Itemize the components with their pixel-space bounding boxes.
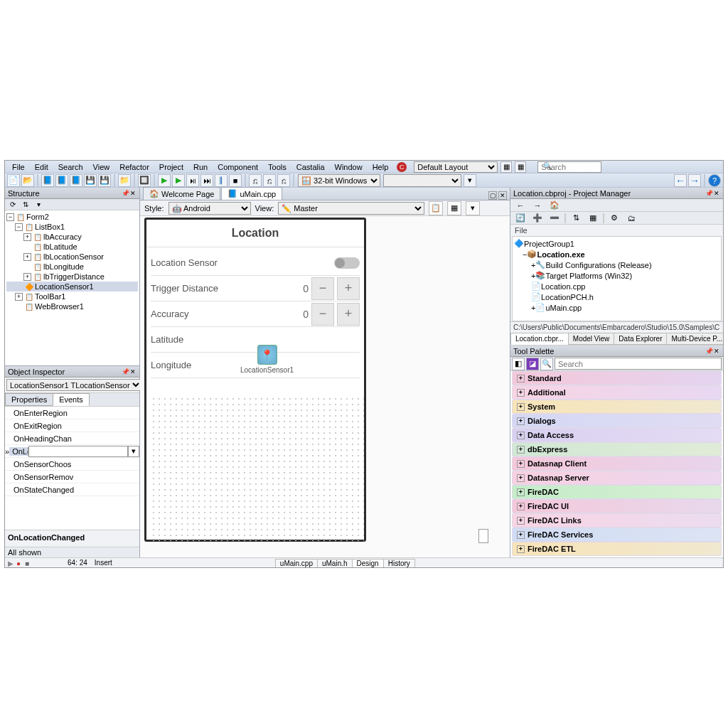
pause-icon[interactable]: ∥ (215, 174, 228, 187)
pm-node-LocationPCH.h[interactable]: 📄LocationPCH.h (514, 291, 719, 302)
btab-umain-h[interactable]: uMain.h (317, 559, 353, 567)
trace-icon[interactable]: ⎌ (249, 174, 262, 187)
pm-tab-data[interactable]: Data Explorer (614, 333, 667, 345)
structure-close-icon[interactable]: ✕ (129, 190, 136, 197)
struct-node-lbAccuracy[interactable]: +📋lbAccuracy (6, 232, 138, 242)
oi-close-icon[interactable]: ✕ (129, 368, 136, 375)
oi-row-OnStateChanged[interactable]: OnStateChanged (5, 483, 139, 496)
menu-run[interactable]: Run (189, 163, 212, 171)
pm-tab-multi[interactable]: Multi-Device P... (666, 333, 723, 345)
step-icon[interactable]: ⏯ (186, 174, 199, 187)
switch-toggle[interactable] (334, 257, 360, 269)
pm-add-icon[interactable]: ➕ (530, 212, 545, 225)
expand-icon[interactable]: + (517, 446, 525, 454)
saveall-icon[interactable]: 💾 (84, 174, 97, 187)
tp-cat-firedac-links[interactable]: +FireDAC Links (512, 513, 722, 528)
pm-refresh-icon[interactable]: 🔄 (513, 212, 528, 225)
designer-btn3-icon[interactable]: ▾ (466, 201, 480, 215)
save-icon[interactable]: 💾 (98, 174, 111, 187)
struct-node-lbTriggerDistance[interactable]: +📋lbTriggerDistance (6, 272, 138, 282)
oi-row-OnLocationChan[interactable]: »OnLocationChan▾ (5, 445, 139, 458)
menu-help[interactable]: Help (368, 163, 393, 171)
style-select[interactable]: 🤖 Android (168, 202, 251, 215)
menu-window[interactable]: Window (331, 163, 367, 171)
pm-fwd-icon[interactable]: → (530, 199, 545, 212)
dropdown-icon[interactable]: ▾ (128, 446, 139, 457)
struct-node-LocationSensor1[interactable]: 🔶LocationSensor1 (6, 282, 138, 291)
tp-btn1-icon[interactable]: ◧ (512, 358, 525, 370)
expand-icon[interactable]: − (6, 213, 14, 221)
tp-close-icon[interactable]: ✕ (713, 348, 720, 355)
global-search-input[interactable] (537, 161, 601, 173)
nav-fwd-icon[interactable]: → (688, 174, 701, 187)
pm-view-icon[interactable]: ▦ (586, 212, 600, 225)
tp-cat-data-access[interactable]: +Data Access (512, 428, 722, 442)
expand-icon[interactable]: + (517, 460, 525, 468)
trace2-icon[interactable]: ⎌ (263, 174, 276, 187)
oi-row-OnHeadingChan[interactable]: OnHeadingChan (5, 432, 139, 445)
menu-view[interactable]: View (89, 163, 114, 171)
expand-icon[interactable]: + (517, 417, 525, 425)
step-into-icon[interactable]: ⏭ (200, 174, 213, 187)
tp-cat-additional[interactable]: +Additional (512, 385, 722, 400)
oi-pin-icon[interactable]: 📌 (122, 368, 129, 375)
structure-tree[interactable]: −📋Form2−📋ListBox1+📋lbAccuracy📋lbLatitude… (5, 210, 139, 365)
struct-node-lbLatitude[interactable]: 📋lbLatitude (6, 242, 138, 252)
pm-node-Target Platforms (Win32)[interactable]: +📚Target Platforms (Win32) (514, 270, 719, 281)
expand-icon[interactable]: + (517, 389, 525, 397)
tp-btn2-icon[interactable]: ◪ (526, 358, 539, 370)
tp-cat-firedac-ui[interactable]: +FireDAC UI (512, 499, 722, 513)
menu-file[interactable]: File (8, 163, 29, 171)
menu-edit[interactable]: Edit (31, 163, 53, 171)
rec-play-icon[interactable]: ▶ (8, 560, 15, 567)
tp-cat-dbexpress[interactable]: +dbExpress (512, 442, 722, 456)
menu-castalia[interactable]: Castalia (292, 163, 329, 171)
struct-node-lbLocationSensor[interactable]: +📋lbLocationSensor (6, 252, 138, 262)
oi-tab-properties[interactable]: Properties (5, 393, 53, 406)
tp-cat-standard[interactable]: +Standard (512, 371, 722, 385)
stop-icon[interactable]: ■ (229, 174, 242, 187)
expand-icon[interactable]: + (23, 253, 31, 261)
expand-icon[interactable]: + (517, 403, 525, 411)
menu-refactor[interactable]: Refactor (115, 163, 154, 171)
layout-select[interactable]: Default Layout (414, 161, 498, 173)
tp-cat-datasnap-client[interactable]: +Datasnap Client (512, 456, 722, 471)
menu-project[interactable]: Project (155, 163, 188, 171)
pm-node-Build Configurations (Release)[interactable]: +🔧Build Configurations (Release) (514, 259, 719, 270)
mini-preview[interactable] (478, 529, 488, 543)
tp-cat-dialogs[interactable]: +Dialogs (512, 414, 722, 428)
nav-back-icon[interactable]: ← (674, 174, 687, 187)
pm-sort-icon[interactable]: ⇅ (569, 212, 583, 225)
tp-cat-system[interactable]: +System (512, 400, 722, 414)
config-select[interactable] (383, 174, 461, 187)
file3-icon[interactable]: 📘 (70, 174, 82, 187)
tp-search-input[interactable] (555, 358, 722, 370)
pm-node-uMain.cpp[interactable]: +📄uMain.cpp (514, 302, 719, 313)
tp-cat-firedac[interactable]: +FireDAC (512, 485, 722, 499)
tp-cat-firedac-services[interactable]: +FireDAC Services (512, 528, 722, 542)
tp-cat-datasnap-server[interactable]: +Datasnap Server (512, 471, 722, 485)
pm-tab-model[interactable]: Model View (568, 333, 615, 345)
tp-pin-icon[interactable]: 📌 (705, 348, 712, 355)
tab-max-icon[interactable]: ▢ (488, 191, 497, 200)
notification-badge-icon[interactable]: C (397, 162, 407, 172)
struct-node-Form2[interactable]: −📋Form2 (6, 212, 138, 222)
expand-icon[interactable]: − (15, 223, 23, 231)
btab-umain-cpp[interactable]: uMain.cpp (275, 559, 318, 567)
pm-tab-project[interactable]: Location.cbpr... (510, 333, 569, 345)
oi-row-OnExitRegion[interactable]: OnExitRegion (5, 419, 139, 432)
oi-row-OnEnterRegion[interactable]: OnEnterRegion (5, 407, 139, 419)
menu-search[interactable]: Search (54, 163, 87, 171)
file2-icon[interactable]: 📘 (55, 174, 68, 187)
location-sensor-component[interactable]: 📍 LocationSensor1 (240, 345, 294, 374)
tp-search-icon[interactable]: 🔍 (540, 358, 553, 370)
designer-btn2-icon[interactable]: ▦ (447, 201, 461, 215)
struct-node-lbLongitude[interactable]: 📋lbLongitude (6, 262, 138, 272)
struct-node-WebBrowser1[interactable]: 📋WebBrowser1 (6, 301, 138, 311)
expand-icon[interactable]: + (517, 503, 525, 510)
pm-home-icon[interactable]: 🏠 (547, 199, 562, 212)
expand-icon[interactable]: + (23, 233, 31, 241)
expand-icon[interactable]: + (517, 517, 525, 525)
layout-btn2-icon[interactable]: ▦ (515, 161, 526, 173)
pm-node-Location.exe[interactable]: −📦Location.exe (514, 249, 719, 259)
